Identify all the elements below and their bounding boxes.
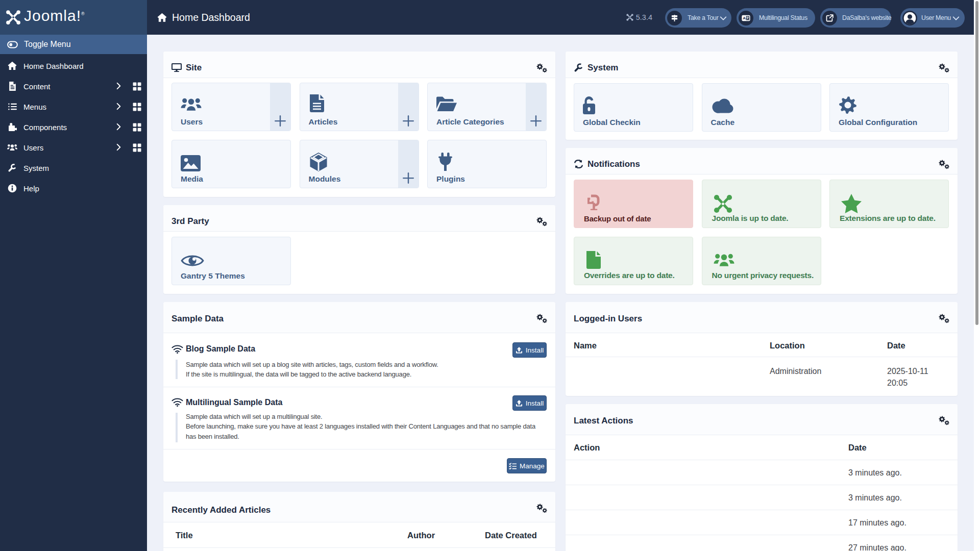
svg-text:A: A (743, 16, 746, 20)
